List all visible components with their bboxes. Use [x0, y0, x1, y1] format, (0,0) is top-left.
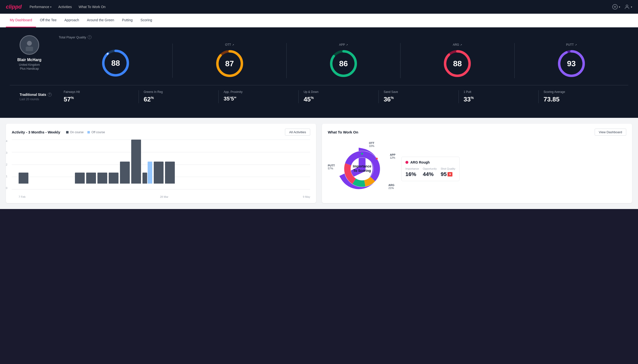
work-on-card: What To Work On View Dashboard — [322, 124, 632, 203]
bar-group — [109, 172, 118, 184]
putt-circle: 93 — [557, 49, 586, 78]
donut-svg: Importance To Scoring — [328, 140, 396, 198]
work-on-title: What To Work On — [328, 130, 358, 134]
stat-label: Fairways Hit — [64, 90, 80, 94]
bar-group — [97, 172, 107, 184]
activity-card-title: Activity - 3 Months - Weekly — [12, 130, 60, 134]
tab-off-the-tee[interactable]: Off the Tee — [36, 14, 61, 28]
stat-label: App. Proximity — [224, 90, 242, 94]
detail-card-header: ARG Rough — [405, 160, 455, 164]
y-axis-labels: 4 3 2 1 0 — [6, 140, 7, 190]
top-nav: clippd Performance ▾ Activities What To … — [0, 0, 638, 14]
importance-value: 16% — [405, 171, 419, 178]
putt-label: PUTT ↗ — [566, 43, 576, 46]
activity-card: Activity - 3 Months - Weekly On course O… — [6, 124, 316, 203]
bars-container — [19, 140, 310, 188]
bar-group — [131, 140, 141, 184]
ott-score-value: 87 — [225, 59, 234, 68]
bar-on-course — [131, 140, 141, 184]
stat-items: Fairways Hit 57% Greens In Reg 62% App. … — [59, 90, 618, 103]
stat-value: 33% — [464, 96, 474, 103]
nav-what-to-work-on[interactable]: What To Work On — [79, 5, 106, 9]
arg-score-value: 88 — [453, 59, 462, 68]
stats-title: Traditional Stats ? — [20, 93, 59, 96]
tab-around-the-green[interactable]: Around the Green — [83, 14, 118, 28]
nav-performance[interactable]: Performance ▾ — [30, 5, 51, 9]
player-name: Blair McHarg — [17, 58, 42, 62]
stat-value: 45% — [304, 96, 314, 103]
tab-approach[interactable]: Approach — [61, 14, 83, 28]
off-course-color — [87, 131, 90, 134]
stat-label: 1 Putt — [464, 90, 471, 94]
donut-wrapper: Importance To Scoring OTT 10% APP 12% — [328, 140, 396, 198]
all-activities-button[interactable]: All Activities — [285, 128, 310, 136]
chevron-down-icon: ▾ — [631, 6, 632, 8]
stat-1-putt: 1 Putt 33% — [459, 90, 539, 103]
trend-up-icon: ↗ — [346, 44, 348, 46]
svg-text:To Scoring: To Scoring — [353, 169, 371, 172]
stat-fairways-hit: Fairways Hit 57% — [59, 90, 139, 103]
detail-importance: Importance 16% — [405, 167, 419, 178]
view-dashboard-button[interactable]: View Dashboard — [595, 128, 626, 136]
player-handicap: Plus Handicap — [20, 67, 39, 70]
grid-line — [12, 189, 310, 190]
arg-score-card: ARG ↗ 88 — [400, 43, 514, 78]
app-score-value: 86 — [339, 59, 348, 68]
arg-circle: 88 — [443, 49, 472, 78]
bar-off-course — [148, 162, 152, 184]
nav-links: Performance ▾ Activities What To Work On — [30, 5, 106, 9]
putt-score-card: PUTT ↗ 93 — [515, 43, 628, 78]
svg-point-2 — [27, 41, 32, 46]
trend-up-icon: ↗ — [575, 44, 577, 46]
bar-group — [86, 172, 96, 184]
app-logo[interactable]: clippd — [6, 4, 22, 10]
tab-putting[interactable]: Putting — [118, 14, 137, 28]
stat-greens-in-reg: Greens In Reg 62% — [139, 90, 219, 103]
stat-value: 36% — [384, 96, 394, 103]
bar-on-course — [19, 172, 28, 184]
tabs-bar: My Dashboard Off the Tee Approach Around… — [0, 14, 638, 28]
main-score-value: 88 — [111, 59, 120, 68]
tab-scoring[interactable]: Scoring — [137, 14, 156, 28]
nav-activities[interactable]: Activities — [58, 5, 72, 9]
work-on-card-header: What To Work On View Dashboard — [328, 128, 626, 136]
shot-quality-value: 95 ▼ — [441, 171, 455, 178]
svg-point-23 — [376, 158, 378, 160]
stat-value: 57% — [64, 96, 74, 103]
trend-up-icon: ↗ — [232, 44, 234, 46]
stat-sand-save: Sand Save 36% — [379, 90, 459, 103]
ott-label: OTT ↗ — [225, 43, 234, 46]
bar-on-course — [165, 162, 175, 184]
stat-up-and-down: Up & Down 45% — [299, 90, 379, 103]
player-info: Blair McHarg United Kingdom Plus Handica… — [10, 35, 49, 70]
add-button[interactable]: ▾ — [612, 4, 620, 10]
putt-donut-label: PUTT 57% — [328, 164, 335, 170]
down-arrow-icon: ▼ — [448, 172, 453, 176]
help-icon[interactable]: ? — [88, 35, 92, 39]
app-donut-label: APP 12% — [390, 153, 395, 159]
ott-donut-label: OTT 10% — [369, 142, 374, 148]
stat-label: Up & Down — [304, 90, 319, 94]
svg-text:Importance: Importance — [353, 164, 371, 168]
ott-circle: 87 — [215, 49, 244, 78]
stats-help-icon[interactable]: ? — [48, 93, 52, 96]
bottom-section: Activity - 3 Months - Weekly On course O… — [0, 118, 638, 209]
plus-circle-icon — [612, 4, 618, 10]
user-menu[interactable]: ▾ — [624, 4, 632, 10]
app-label: APP ↗ — [339, 43, 348, 46]
detail-title: ARG Rough — [410, 160, 430, 164]
stat-value: 73.85 — [543, 96, 559, 103]
stat-label: Sand Save — [384, 90, 398, 94]
stat-value: 35'5" — [224, 96, 236, 102]
stat-value: 62% — [144, 96, 154, 103]
opportunity-value: 44% — [423, 171, 437, 178]
putt-score-value: 93 — [567, 59, 576, 68]
chart-legend: On course Off course — [66, 130, 105, 134]
stat-scoring-average: Scoring Average 73.85 — [539, 90, 618, 103]
nav-right: ▾ ▾ — [612, 4, 632, 10]
tab-my-dashboard[interactable]: My Dashboard — [6, 14, 36, 28]
detail-opportunity: Opportunity 44% — [423, 167, 437, 178]
stat-label: Greens In Reg — [144, 90, 163, 94]
bar-group — [120, 162, 130, 184]
stat-app-proximity: App. Proximity 35'5" — [219, 90, 299, 103]
